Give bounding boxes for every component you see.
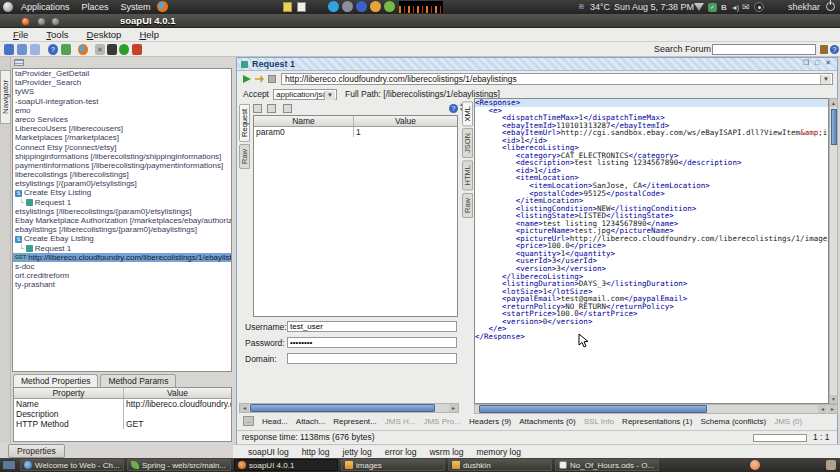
taskbar-item-soapui-4-0-1[interactable]: soapUI 4.0.1 bbox=[234, 459, 338, 471]
tab-schema-conflicts[interactable]: Schema (conflicts) bbox=[700, 417, 766, 426]
tree-item[interactable]: Marketplaces [/marketplaces] bbox=[13, 133, 231, 142]
panel-menu-system[interactable]: System bbox=[115, 0, 157, 14]
tab-request[interactable]: Request bbox=[239, 104, 250, 142]
tab-jms-h[interactable]: JMS H... bbox=[385, 417, 416, 426]
tree-item[interactable]: Connect Etsy [/connect/etsy] bbox=[13, 143, 231, 152]
tree-item[interactable]: └ Request 1 bbox=[13, 198, 231, 207]
tree-item[interactable]: emo bbox=[13, 106, 231, 115]
tab-method-properties[interactable]: Method Properties bbox=[13, 374, 98, 387]
cancel-request-icon[interactable] bbox=[268, 75, 276, 83]
params-help-icon[interactable]: ? bbox=[449, 104, 458, 113]
value-col-header[interactable]: Value bbox=[124, 388, 231, 398]
bluetooth-icon[interactable]: B bbox=[721, 3, 727, 12]
add-to-testcase-icon[interactable] bbox=[255, 75, 264, 83]
exit-icon[interactable] bbox=[132, 44, 142, 55]
table-row[interactable]: Namehttp://libereco.cloudfoundry.c... bbox=[14, 399, 231, 409]
taskbar-item-dushkin[interactable]: dushkin bbox=[448, 459, 552, 471]
panel-menu-applications[interactable]: Applications bbox=[15, 0, 76, 14]
add-param-icon[interactable] bbox=[283, 104, 292, 113]
tab-representations-1[interactable]: Representations (1) bbox=[622, 417, 692, 426]
tab-ssl-info[interactable]: SSL Info bbox=[584, 417, 614, 426]
tab-headers-9[interactable]: Headers (9) bbox=[469, 417, 511, 426]
taskbar-item-images[interactable]: images bbox=[341, 459, 445, 471]
response-xml-editor[interactable]: <Response> <e> <dispatchTimeMax>1</dispa… bbox=[474, 98, 829, 404]
tree-item[interactable]: taProvider_GetDetail bbox=[13, 69, 231, 78]
tree-item[interactable]: ort.creditreform bbox=[13, 271, 231, 280]
tree-item[interactable]: taProvider_Search bbox=[13, 78, 231, 87]
accept-combo[interactable]: application/json ▼ bbox=[273, 89, 337, 100]
search-help-icon[interactable]: ? bbox=[830, 45, 839, 54]
scroll-left-icon[interactable]: ◄ bbox=[240, 404, 249, 412]
tab-jms-0[interactable]: JMS (0) bbox=[774, 417, 802, 426]
tree-item[interactable]: s-doc bbox=[13, 262, 231, 271]
table-row[interactable]: param01 bbox=[254, 127, 457, 137]
tab-method-params[interactable]: Method Params bbox=[100, 374, 176, 387]
volume-icon[interactable]: ◄) bbox=[731, 4, 738, 11]
menu-desktop[interactable]: Desktop bbox=[78, 28, 131, 41]
endpoint-combo[interactable]: http://libereco.cloudfoundry.com/liberec… bbox=[281, 73, 833, 85]
edit-param-icon[interactable] bbox=[253, 104, 262, 113]
tree-item[interactable]: LiberecoUsers [/liberecousers] bbox=[13, 124, 231, 133]
prop-col-header[interactable]: Property bbox=[14, 388, 124, 398]
menu-tools[interactable]: Tools bbox=[37, 28, 77, 41]
delete-param-icon[interactable] bbox=[267, 104, 276, 113]
window-close-button[interactable] bbox=[21, 17, 30, 26]
scroll-right-icon[interactable]: ► bbox=[449, 404, 458, 412]
tab-wsrm-log[interactable]: wsrm log bbox=[429, 447, 463, 457]
mail-notifier-icon[interactable] bbox=[370, 1, 381, 12]
tree-item[interactable]: ⇅Create Ebay Listing bbox=[13, 234, 231, 243]
tab-represent[interactable]: Represent... bbox=[333, 417, 377, 426]
tree-item[interactable]: etsylistings [/{param0}/etsylistings] bbox=[13, 179, 231, 188]
globe-tray-icon[interactable] bbox=[356, 1, 367, 12]
import-project-icon[interactable] bbox=[17, 44, 27, 55]
tab-xml[interactable]: XML bbox=[462, 101, 473, 126]
firefox-launcher-icon[interactable] bbox=[157, 1, 168, 12]
username-field[interactable] bbox=[287, 321, 457, 332]
skype-tray-icon[interactable] bbox=[328, 1, 339, 12]
tab-memory-log[interactable]: memory log bbox=[477, 447, 521, 457]
scroll-up-icon[interactable]: ▲ bbox=[830, 99, 837, 107]
tree-item[interactable]: liberecolistings [/liberecolistings] bbox=[13, 170, 231, 179]
inspector-overflow-icon[interactable]: ... bbox=[243, 416, 254, 426]
sticky-note-icon[interactable] bbox=[283, 2, 292, 12]
password-field[interactable] bbox=[287, 337, 457, 348]
chevron-down-icon[interactable]: ▼ bbox=[324, 91, 335, 100]
taskbar-user-icon[interactable] bbox=[826, 460, 836, 470]
tab-attachments-0[interactable]: Attachments (0) bbox=[519, 417, 575, 426]
response-hscrollbar[interactable]: ◄ ► bbox=[474, 404, 838, 414]
menu-help[interactable]: Help bbox=[130, 28, 168, 41]
tab-attach[interactable]: Attach... bbox=[296, 417, 325, 426]
scroll-down-icon[interactable]: ▼ bbox=[830, 395, 837, 403]
tree-item[interactable]: shippinginformations [/liberecolisting/s… bbox=[13, 152, 231, 161]
tree-item[interactable]: ebaylistings [/liberecolistings/{param0}… bbox=[13, 225, 231, 234]
value-col-header[interactable]: Value bbox=[354, 116, 457, 126]
panel-menu-places[interactable]: Places bbox=[76, 0, 115, 14]
taskbar-item-no-of-hours-ods-o[interactable]: No_Of_Hours.ods - O... bbox=[555, 459, 659, 471]
tab-jms-pro[interactable]: JMS Pro... bbox=[423, 417, 460, 426]
table-row[interactable]: Description bbox=[14, 409, 231, 419]
domain-field[interactable] bbox=[287, 353, 457, 364]
tab-jetty-log[interactable]: jetty log bbox=[343, 447, 372, 457]
search-go-icon[interactable] bbox=[820, 45, 828, 54]
green-app-tray-icon[interactable] bbox=[384, 1, 395, 12]
scroll-right-icon[interactable]: ► bbox=[828, 405, 837, 413]
tab-json[interactable]: JSON bbox=[462, 128, 473, 158]
navigator-options-icon[interactable] bbox=[14, 59, 24, 66]
user-badge-icon[interactable] bbox=[754, 2, 764, 12]
tree-item[interactable]: ty-prashant bbox=[13, 280, 231, 289]
tab-raw[interactable]: Raw bbox=[239, 144, 250, 169]
chevron-down-icon[interactable]: ▼ bbox=[820, 75, 831, 84]
name-col-header[interactable]: Name bbox=[254, 116, 354, 126]
wifi-icon[interactable] bbox=[694, 3, 704, 11]
tab-html[interactable]: HTML bbox=[462, 160, 473, 190]
forum-user-icon[interactable] bbox=[61, 44, 71, 55]
tree-item[interactable]: Ebay Marketplace Authorization [/marketp… bbox=[13, 216, 231, 225]
window-maximize-button[interactable] bbox=[51, 17, 60, 26]
taskbar-orange-icon[interactable] bbox=[750, 460, 760, 470]
power-icon[interactable] bbox=[826, 2, 835, 11]
distro-logo-icon[interactable] bbox=[3, 2, 13, 12]
network-icon[interactable]: ✓ bbox=[708, 3, 717, 12]
submit-request-icon[interactable] bbox=[243, 75, 251, 83]
tab-raw[interactable]: Raw bbox=[462, 193, 473, 218]
new-project-icon[interactable] bbox=[4, 44, 14, 55]
